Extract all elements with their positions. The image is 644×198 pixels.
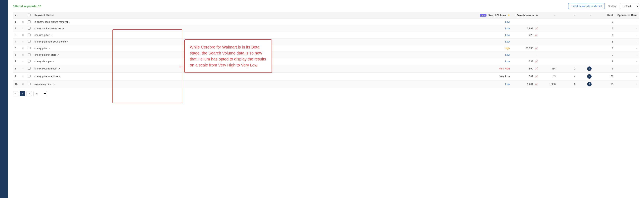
keyword-ext-link[interactable]: ↗	[62, 28, 64, 30]
amazon-vol-text: 56,638	[526, 47, 533, 50]
remove-icon[interactable]: ✕	[22, 21, 24, 23]
col7-cell	[578, 45, 594, 52]
row-remove[interactable]: ✕	[20, 25, 26, 32]
row-checkbox-cell[interactable]	[26, 39, 32, 45]
col5-value: 43	[553, 75, 556, 78]
sponsored-rank-cell: -	[616, 52, 639, 58]
row-checkbox[interactable]	[28, 47, 30, 49]
keywords-table: # Keyword Phrase BETA Search Volume ✦ S	[13, 12, 639, 88]
remove-icon[interactable]: ✕	[22, 34, 24, 37]
row-num: 9	[13, 73, 20, 80]
remove-icon[interactable]: ✕	[22, 47, 24, 50]
remove-icon[interactable]: ✕	[22, 67, 24, 70]
col6-value: 0	[574, 83, 576, 86]
row-checkbox-cell[interactable]	[26, 32, 32, 39]
keyword-ext-link[interactable]: ↗	[48, 47, 50, 50]
row-remove[interactable]: ✕	[20, 32, 26, 39]
row-checkbox[interactable]	[28, 53, 30, 56]
sort-select[interactable]: Default	[620, 3, 639, 9]
col6-cell	[558, 19, 578, 25]
tooltip-box: While Cerebro for Walmart is in its Beta…	[184, 39, 272, 73]
walmart-search-vol: Very High	[478, 65, 512, 73]
walmart-vol-text: Low	[505, 27, 510, 30]
add-keywords-button[interactable]: + Add Keywords to My List	[568, 3, 605, 9]
row-checkbox-cell[interactable]	[26, 65, 32, 73]
pagination-page-1[interactable]: 1	[20, 91, 25, 96]
per-page-select[interactable]: 50 25 100	[34, 91, 47, 96]
keyword-ext-link[interactable]: ↗	[66, 41, 68, 43]
amazon-vol-text: -	[537, 21, 538, 23]
row-checkbox[interactable]	[28, 40, 30, 43]
col7-cell	[578, 39, 594, 45]
walmart-vol-text: Low	[505, 21, 510, 23]
remove-icon[interactable]: ✕	[22, 27, 24, 30]
rank-cell: 7	[594, 45, 616, 52]
row-checkbox-cell[interactable]	[26, 45, 32, 52]
pagination-next[interactable]: »	[26, 91, 32, 96]
col6-value: 2	[574, 67, 576, 70]
top-bar: Filtered keywords: 10 + Add Keywords to …	[13, 3, 639, 9]
walmart-search-vol: Low	[478, 39, 512, 45]
keyword-ext-link[interactable]: ↗	[58, 75, 60, 78]
row-checkbox-cell[interactable]	[26, 52, 32, 58]
keyword-ext-link[interactable]: ↗	[57, 54, 59, 56]
col-header-col6: ...	[558, 12, 578, 19]
row-remove[interactable]: ✕	[20, 39, 26, 45]
sponsored-rank-cell: -	[616, 73, 639, 80]
rank-cell: 5	[594, 39, 616, 45]
walmart-search-vol: Low	[478, 52, 512, 58]
remove-icon[interactable]: ✕	[22, 83, 24, 86]
remove-icon[interactable]: ✕	[22, 40, 24, 43]
amazon-search-vol: 338 📈	[512, 58, 540, 65]
row-checkbox[interactable]	[28, 27, 30, 30]
amazon-search-vol: 890 📈	[512, 65, 540, 73]
col-header-amazon-vol: Search Volume 𝕒	[512, 12, 540, 19]
row-checkbox-cell[interactable]	[26, 58, 32, 65]
row-checkbox[interactable]	[28, 83, 30, 85]
keyword-ext-link[interactable]: ↗	[53, 83, 55, 85]
rank-cell: 5	[594, 32, 616, 39]
row-num: 1	[13, 19, 20, 25]
row-remove[interactable]: ✕	[20, 58, 26, 65]
row-checkbox[interactable]	[28, 34, 30, 36]
row-remove[interactable]: ✕	[20, 45, 26, 52]
table-row: 8 ✕ cherry seed remover↗ Very High 890 📈…	[13, 65, 639, 73]
filtered-keywords-label: Filtered keywords: 10	[13, 5, 41, 8]
remove-icon[interactable]: ✕	[22, 75, 24, 78]
walmart-vol-text: High	[505, 47, 510, 50]
keyword-phrase: cherry pitter machine↗	[32, 73, 478, 80]
row-checkbox-cell[interactable]	[26, 73, 32, 80]
keyword-ext-link[interactable]: ↗	[53, 61, 54, 63]
col-header-check[interactable]	[26, 12, 32, 19]
row-remove[interactable]: ✕	[20, 19, 26, 25]
sponsored-rank-cell: -	[616, 58, 639, 65]
amazon-vol-text: 338	[529, 60, 533, 63]
remove-icon[interactable]: ✕	[22, 54, 24, 56]
rank-cell: 8	[594, 58, 616, 65]
keyword-ext-link[interactable]: ↗	[50, 34, 52, 36]
row-remove[interactable]: ✕	[20, 80, 26, 88]
row-remove[interactable]: ✕	[20, 52, 26, 58]
keyword-ext-link[interactable]: ↗	[58, 68, 60, 70]
row-remove[interactable]: ✕	[20, 73, 26, 80]
h10-rank-badge: 0	[587, 82, 592, 86]
keyword-ext-link[interactable]: ↗	[69, 21, 70, 23]
pagination-prev[interactable]: «	[13, 91, 18, 96]
sponsored-rank-cell: -	[616, 19, 639, 25]
sponsored-rank-cell: -	[616, 25, 639, 32]
row-checkbox-cell[interactable]	[26, 25, 32, 32]
select-all-checkbox[interactable]	[28, 14, 30, 16]
row-remove[interactable]: ✕	[20, 65, 26, 73]
row-checkbox[interactable]	[28, 75, 30, 77]
row-checkbox[interactable]	[28, 20, 30, 23]
walmart-search-vol: Low	[478, 25, 512, 32]
col5-cell	[540, 58, 558, 65]
remove-icon[interactable]: ✕	[22, 60, 24, 63]
row-num: 10	[13, 80, 20, 88]
col5-value: 1,936	[549, 83, 556, 86]
amazon-vol-text: -	[537, 54, 538, 56]
row-checkbox[interactable]	[28, 60, 30, 63]
row-checkbox-cell[interactable]	[26, 80, 32, 88]
row-checkbox-cell[interactable]	[26, 19, 32, 25]
row-checkbox[interactable]	[28, 67, 30, 70]
